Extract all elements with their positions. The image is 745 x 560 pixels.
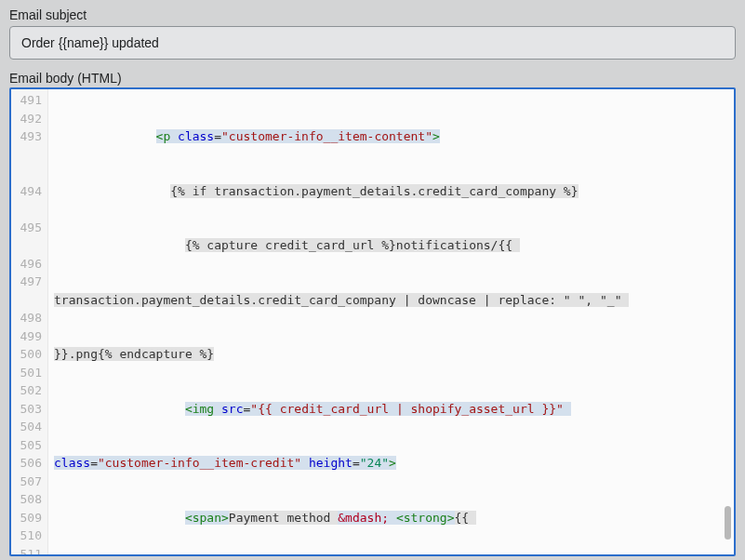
editor-code[interactable]: <p class="customer-info__item-content"> …: [48, 89, 734, 554]
email-subject-input[interactable]: [9, 26, 736, 60]
email-body-editor[interactable]: 491 492 493 494 495 496 497 498 499 500 …: [9, 87, 736, 556]
scrollbar-thumb[interactable]: [725, 506, 731, 540]
email-body-label: Email body (HTML): [9, 71, 736, 86]
editor-gutter: 491 492 493 494 495 496 497 498 499 500 …: [11, 89, 48, 554]
editor-scrollbar[interactable]: [723, 89, 732, 554]
email-subject-label: Email subject: [9, 7, 736, 22]
